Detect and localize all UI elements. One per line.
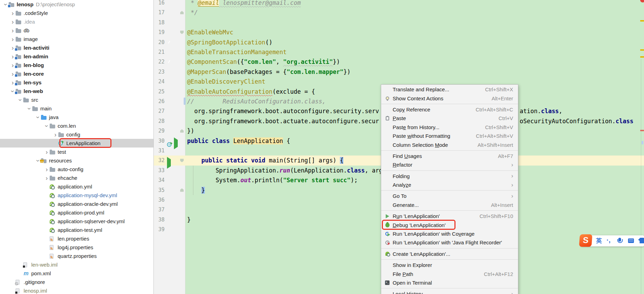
tree-item-quartz.properties[interactable]: quartz.properties: [0, 252, 153, 260]
tree-item-java[interactable]: java: [0, 113, 153, 121]
menu-item-paste-without-formatting[interactable]: Paste without FormattingCtrl+Alt+Shift+V: [381, 132, 518, 140]
tree-item-.gitignore[interactable]: .gitignore: [0, 278, 153, 286]
menu-item-refactor[interactable]: Refactor›: [381, 160, 518, 169]
tree-item-len-sys[interactable]: len-sys: [0, 78, 153, 87]
code-line-20[interactable]: 20@SpringBootApplication(): [154, 37, 644, 47]
fold-marker-icon[interactable]: [180, 188, 184, 192]
tree-expand-arrow-icon[interactable]: [44, 149, 50, 156]
stripe-mark-yellow[interactable]: [640, 49, 644, 51]
tree-item-application-mysql-dev.yml[interactable]: application-mysql-dev.yml: [0, 191, 153, 200]
code-line-23[interactable]: 23@MapperScan(basePackages = {"com.len.m…: [154, 67, 644, 77]
microphone-icon[interactable]: [618, 238, 621, 242]
virtual-keyboard-icon[interactable]: [628, 238, 634, 243]
menu-item-column-selection-mode[interactable]: Column Selection ModeAlt+Shift+Insert: [381, 140, 518, 149]
menu-item-folding[interactable]: Folding›: [381, 172, 518, 180]
ime-punctuation-toggle[interactable]: ·,: [607, 236, 611, 244]
code-text: org.springframework.boot.autoconfigure.s…: [187, 106, 379, 116]
tree-item-label: len-activiti: [23, 45, 49, 51]
tree-item-.codeStyle[interactable]: .codeStyle: [0, 9, 153, 17]
menu-item-generate[interactable]: Generate...Alt+Insert: [381, 201, 518, 209]
tree-item-application.yml[interactable]: application.yml: [0, 182, 153, 191]
tree-item-len-admin[interactable]: len-admin: [0, 52, 153, 61]
sogou-logo-icon[interactable]: S: [579, 234, 593, 247]
tree-item-application-test.yml[interactable]: application-test.yml: [0, 226, 153, 234]
ime-language-toggle[interactable]: 英: [596, 237, 602, 244]
tree-expand-arrow-icon[interactable]: [26, 105, 32, 112]
tree-expand-arrow-icon[interactable]: [35, 157, 41, 164]
tree-item-config[interactable]: config: [0, 130, 153, 139]
menu-item-translate-and-replace[interactable]: Translate and Replace...Ctrl+Shift+X: [381, 85, 518, 94]
tree-item-main[interactable]: main: [0, 104, 153, 113]
fold-marker-icon[interactable]: [180, 129, 184, 133]
menu-item-run-lenapplication[interactable]: Run 'LenApplication'Ctrl+Shift+F10: [381, 212, 518, 220]
menu-item-show-in-explorer[interactable]: Show in Explorer: [381, 261, 518, 269]
menu-item-copy-reference[interactable]: Copy ReferenceCtrl+Alt+Shift+C: [381, 105, 518, 114]
tree-item-lenosp[interactable]: lenospD:\project\lenosp: [0, 0, 153, 9]
menu-item-analyze[interactable]: Analyze›: [381, 180, 518, 189]
tree-item-file-git-icon: [16, 279, 23, 286]
tree-item-content: src: [23, 96, 38, 103]
code-text: @EnableAutoConfiguration(exclude = {: [187, 87, 315, 96]
code-line-22[interactable]: 22@ComponentScan({"com.len", "org.activi…: [154, 57, 644, 67]
code-line-16[interactable]: 16 * @email lenospmitter@gmail.com: [154, 0, 644, 8]
tree-expand-arrow-icon[interactable]: [10, 27, 16, 34]
tree-item-.idea[interactable]: .idea: [0, 17, 153, 26]
tree-item-pom.xml[interactable]: pom.xml: [0, 269, 153, 278]
tree-expand-arrow-icon[interactable]: [17, 96, 23, 103]
code-line-17[interactable]: 17 */: [154, 8, 644, 17]
tree-item-log4j.properties[interactable]: log4j.properties: [0, 243, 153, 252]
tree-item-file-mvn-icon: [23, 270, 31, 277]
tree-item-com.len[interactable]: com.len: [0, 121, 153, 130]
tree-item-src[interactable]: src: [0, 95, 153, 104]
tree-item-len-blog[interactable]: len-blog: [0, 61, 153, 69]
tree-expand-arrow-icon[interactable]: [44, 166, 50, 173]
fold-marker-icon[interactable]: [180, 159, 184, 162]
tree-item-LenApplication[interactable]: LenApplication: [0, 139, 153, 148]
menu-item-paste-from-history[interactable]: Paste from History...Ctrl+Shift+V: [381, 123, 518, 132]
tree-item-len-web.iml[interactable]: len-web.iml: [0, 260, 153, 269]
tree-expand-arrow-icon[interactable]: [44, 123, 50, 129]
tree-item-len-web[interactable]: len-web: [0, 87, 153, 95]
menu-item-open-in-terminal[interactable]: Open in Terminal: [381, 278, 518, 287]
stripe-mark-red[interactable]: [640, 130, 644, 131]
tree-expand-arrow-icon[interactable]: [52, 131, 58, 138]
tree-item-len.properties[interactable]: len.properties: [0, 234, 153, 243]
line-number: 18: [154, 18, 165, 27]
fold-marker-icon[interactable]: [180, 11, 184, 14]
stripe-mark-yellow[interactable]: [640, 20, 644, 22]
tree-item-image[interactable]: image: [0, 35, 153, 43]
tree-expand-arrow-icon[interactable]: [44, 175, 50, 182]
tree-expand-arrow-icon[interactable]: [35, 114, 41, 121]
tree-item-application-prod.yml[interactable]: application-prod.yml: [0, 208, 153, 217]
menu-item-run-lenapplication-with-coverage[interactable]: Run 'LenApplication' with Coverage: [381, 229, 518, 238]
tree-item-auto-config[interactable]: auto-config: [0, 165, 153, 174]
stripe-mark-blue[interactable]: [642, 141, 643, 144]
tree-item-test[interactable]: test: [0, 148, 153, 156]
stripe-mark-yellow[interactable]: [640, 56, 644, 58]
menu-item-run-lenapplication-with-java-flight-recorder[interactable]: Run 'LenApplication' with 'Java Flight R…: [381, 238, 518, 247]
menu-item-debug-lenapplication[interactable]: Debug 'LenApplication': [381, 220, 518, 229]
tree-item-db[interactable]: db: [0, 26, 153, 35]
menu-item-file-path[interactable]: File PathCtrl+Alt+F12: [381, 269, 518, 278]
tree-item-resources[interactable]: resources: [0, 156, 153, 165]
code-line-21[interactable]: 21@EnableTransactionManagement: [154, 47, 644, 57]
code-line-18[interactable]: 18: [154, 18, 644, 27]
menu-item-paste[interactable]: PasteCtrl+V: [381, 114, 518, 123]
tree-item-len-core[interactable]: len-core: [0, 69, 153, 78]
ime-skin-icon[interactable]: [638, 238, 644, 243]
code-line-19[interactable]: 19@EnableWebMvc: [154, 27, 644, 37]
menu-item-find-usages[interactable]: Find UsagesAlt+F7: [381, 152, 518, 160]
tree-expand-arrow-icon[interactable]: [10, 18, 16, 25]
tree-item-len-activiti[interactable]: len-activiti: [0, 43, 153, 52]
tree-expand-arrow-icon[interactable]: [10, 36, 16, 43]
menu-item-go-to[interactable]: Go To›: [381, 192, 518, 200]
tree-item-application-oracle-dev.yml[interactable]: application-oracle-dev.yml: [0, 200, 153, 208]
tree-item-application-sqlserver-dev.yml[interactable]: application-sqlserver-dev.yml: [0, 217, 153, 226]
tree-item-ehcache[interactable]: ehcache: [0, 174, 153, 182]
menu-item-show-context-actions[interactable]: Show Context ActionsAlt+Enter: [381, 94, 518, 102]
fold-marker-icon[interactable]: [180, 31, 184, 34]
menu-item-create-lenapplication[interactable]: Create 'LenApplication'...: [381, 250, 518, 258]
tree-expand-arrow-icon[interactable]: [10, 10, 16, 17]
menu-item-local-history[interactable]: Local History›: [381, 289, 518, 294]
tree-item-lenosp.iml[interactable]: lenosp.iml: [0, 286, 153, 294]
